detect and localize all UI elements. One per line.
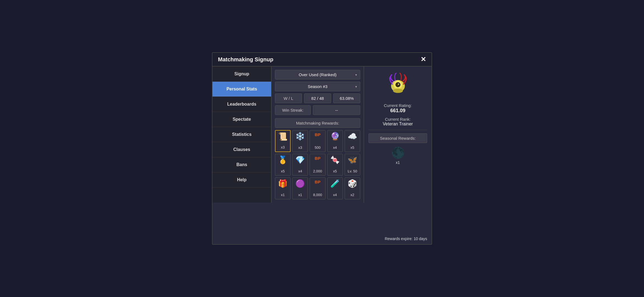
wl-percent: 63.08%: [333, 94, 360, 103]
modal-header: Matchmaking Signup ✕: [212, 53, 432, 67]
format-dropdown[interactable]: Over Used (Ranked): [275, 70, 360, 79]
reward-icon-candy: 🍬: [330, 156, 340, 164]
close-button[interactable]: ✕: [421, 56, 426, 63]
seasonal-item-count: x1: [391, 160, 405, 165]
reward-icon-cloud: ☁️: [348, 133, 357, 140]
modal-title: Matchmaking Signup: [218, 56, 273, 63]
svg-point-3: [396, 83, 400, 86]
sidebar-item-clauses[interactable]: Clauses: [212, 142, 271, 157]
reward-item: ❄️ x3: [292, 130, 308, 152]
reward-icon-ice: ❄️: [295, 133, 305, 140]
season-dropdown[interactable]: Season #3: [275, 82, 360, 91]
reward-item: 🥇 x5: [275, 154, 291, 176]
format-dropdown-wrapper: Over Used (Ranked): [275, 70, 360, 79]
matchmaking-rewards-header: Matchmaking Rewards:: [275, 118, 360, 128]
main-content: Over Used (Ranked) Season #3 W / L 82 / …: [272, 67, 432, 203]
sidebar-item-help[interactable]: Help: [212, 172, 271, 188]
modal-body: Signup Personal Stats Leaderboards Spect…: [212, 67, 432, 203]
reward-item: BP 8,000: [310, 177, 325, 199]
reward-icon-bug: 🦋: [348, 156, 357, 164]
reward-item: 🟣 x1: [292, 177, 308, 199]
current-rank-value: Veteran Trainer: [383, 122, 413, 127]
creature-area: [386, 71, 410, 101]
reward-icon-swirl: 🟣: [295, 180, 305, 188]
reward-label: 2,000: [313, 169, 322, 173]
wl-label: W / L: [275, 94, 302, 103]
sidebar-item-signup[interactable]: Signup: [212, 67, 271, 82]
reward-icon-flask: 🧪: [330, 180, 340, 188]
reward-label: x3: [298, 145, 302, 150]
seasonal-item-icon: 🌑: [391, 146, 405, 159]
expire-text: Rewards expire: 10 days: [385, 237, 427, 241]
reward-item: 💎 x4: [292, 154, 308, 176]
reward-label: x1: [281, 193, 285, 197]
reward-item: 🧪 x4: [327, 177, 343, 199]
reward-label: Lv. 50: [348, 169, 357, 173]
seasonal-rewards-header: Seasonal Rewards:: [369, 133, 427, 143]
svg-point-4: [398, 84, 399, 85]
content-right: Current Rating: 661.09 Current Rank: Vet…: [364, 67, 432, 203]
reward-label: x4: [298, 169, 302, 173]
reward-item: BP 2,000: [310, 154, 325, 176]
reward-item: ☁️ x5: [345, 130, 360, 152]
modal: Matchmaking Signup ✕ Signup Personal Sta…: [212, 52, 432, 245]
seasonal-item: 🌑 x1: [391, 146, 405, 165]
win-streak-value: --: [313, 105, 360, 115]
reward-label: x4: [333, 145, 337, 150]
sidebar-item-spectate[interactable]: Spectate: [212, 112, 271, 127]
reward-label: x5: [351, 145, 354, 150]
sidebar: Signup Personal Stats Leaderboards Spect…: [212, 67, 272, 203]
reward-icon-bp2: BP: [315, 156, 321, 160]
current-rating-label: Current Rating:: [383, 103, 413, 108]
reward-label: x3: [281, 145, 285, 149]
svg-point-5: [393, 89, 403, 93]
reward-label: 8,000: [313, 193, 322, 197]
reward-icon-gold: 🥇: [278, 156, 288, 164]
current-rating-value: 661.09: [383, 108, 413, 114]
reward-item: BP 500: [310, 130, 325, 152]
reward-label: x5: [281, 169, 285, 173]
reward-item: 🎁 x1: [275, 177, 291, 199]
reward-item: 🎲 x2: [345, 177, 360, 199]
reward-label: x2: [351, 193, 354, 197]
reward-label: x4: [333, 193, 337, 197]
creature-sprite: [386, 71, 410, 99]
content-left: Over Used (Ranked) Season #3 W / L 82 / …: [272, 67, 364, 203]
reward-icon-gift: 🎁: [278, 180, 288, 188]
rewards-grid: 📜 x3 ❄️ x3 BP 500 🔮 x4: [275, 130, 360, 199]
reward-label: 500: [315, 145, 321, 150]
sidebar-item-leaderboards[interactable]: Leaderboards: [212, 97, 271, 112]
reward-item: 📜 x3: [275, 130, 291, 152]
reward-icon-bp: BP: [315, 133, 321, 137]
reward-item: 🦋 Lv. 50: [345, 154, 360, 176]
sidebar-item-bans[interactable]: Bans: [212, 157, 271, 172]
reward-item: 🍬 x5: [327, 154, 343, 176]
win-streak-row: Win Streak: --: [275, 105, 360, 115]
reward-icon-orb: 🔮: [330, 133, 340, 140]
reward-item: 🔮 x4: [327, 130, 343, 152]
reward-icon-dice: 🎲: [348, 180, 357, 188]
sidebar-item-statistics[interactable]: Statistics: [212, 127, 271, 142]
wl-value: 82 / 48: [304, 94, 331, 103]
content-split: Over Used (Ranked) Season #3 W / L 82 / …: [272, 67, 432, 203]
season-dropdown-wrapper: Season #3: [275, 82, 360, 91]
win-streak-label: Win Streak:: [275, 105, 311, 115]
reward-label: x1: [298, 193, 302, 197]
stats-row: W / L 82 / 48 63.08%: [275, 94, 360, 103]
divider: [369, 130, 427, 130]
rating-section: Current Rating: 661.09 Current Rank: Vet…: [383, 103, 413, 127]
reward-label: x5: [333, 169, 337, 173]
reward-icon-scroll: 📜: [278, 133, 288, 141]
reward-icon-diamond: 💎: [295, 156, 305, 164]
sidebar-item-personal-stats[interactable]: Personal Stats: [212, 82, 271, 97]
reward-icon-bp3: BP: [315, 180, 321, 184]
current-rank-label: Current Rank:: [383, 117, 413, 122]
